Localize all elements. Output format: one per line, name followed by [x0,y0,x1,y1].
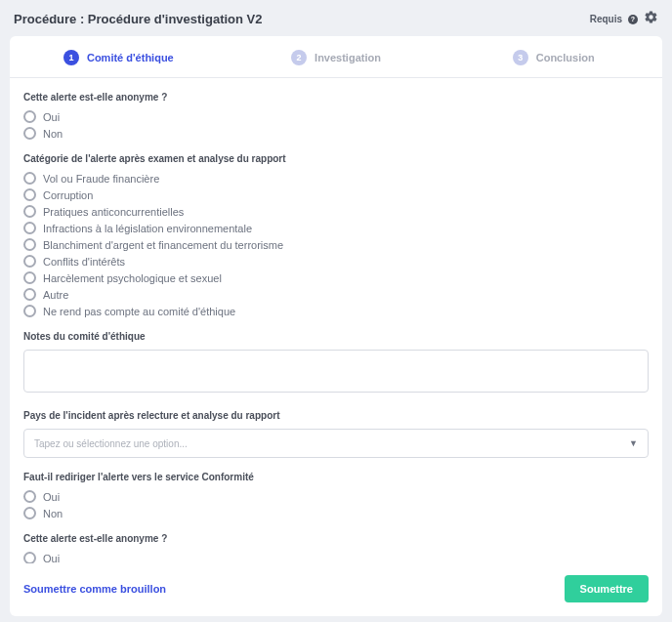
radio-icon [23,238,36,251]
radio-text: Oui [43,553,60,564]
radio-icon [23,288,36,301]
radio-text: Ne rend pas compte au comité d'éthique [43,306,235,317]
radio-text: Blanchiment d'argent et financement du t… [43,239,283,251]
radio-icon [23,490,36,503]
submit-draft-link[interactable]: Soumettre comme brouillon [23,583,166,595]
radio-text: Non [43,128,63,140]
step-label: Comité d'éthique [87,52,174,63]
radio-text: Infractions à la législation environneme… [43,223,252,234]
country-select[interactable]: Tapez ou sélectionnez une option... ▼ [23,429,649,458]
radio-icon [23,205,36,218]
radio-icon [23,271,36,284]
field-label: Cette alerte est-elle anonyme ? [23,533,649,544]
notes-textarea[interactable] [23,350,649,393]
field-notes: Notes du comité d'éthique [23,331,649,396]
radio-option[interactable]: Vol ou Fraude financière [23,172,649,185]
radio-icon [23,110,36,123]
radio-icon [23,127,36,140]
step-comite[interactable]: 1 Comité d'éthique [10,50,228,65]
select-placeholder: Tapez ou sélectionnez une option... [34,438,188,449]
radio-icon [23,305,36,317]
step-investigation[interactable]: 2 Investigation [228,50,445,65]
radio-icon [23,222,36,234]
field-label: Catégorie de l'alerte après examen et an… [23,153,649,164]
field-redirect: Faut-il rediriger l'alerte vers le servi… [23,472,649,519]
caret-down-icon: ▼ [629,438,638,448]
field-label: Cette alerte est-elle anonyme ? [23,92,649,103]
radio-option[interactable]: Harcèlement psychologique et sexuel [23,271,649,284]
radio-option[interactable]: Blanchiment d'argent et financement du t… [23,238,649,251]
radio-icon [23,188,36,201]
radio-icon [23,172,36,185]
radio-option[interactable]: Corruption [23,188,649,201]
field-category: Catégorie de l'alerte après examen et an… [23,153,649,317]
radio-icon [23,552,36,563]
field-label: Pays de l'incident après relecture et an… [23,410,649,421]
radio-option[interactable]: Pratiques anticoncurrentielles [23,205,649,218]
radio-option[interactable]: Ne rend pas compte au comité d'éthique [23,305,649,317]
radio-icon [23,507,36,519]
radio-text: Autre [43,289,68,301]
form-card: 1 Comité d'éthique 2 Investigation 3 Con… [10,36,662,616]
radio-text: Vol ou Fraude financière [43,173,159,185]
radio-option[interactable]: Oui [23,110,649,123]
radio-text: Non [43,508,63,519]
step-label: Conclusion [536,52,595,63]
field-label: Notes du comité d'éthique [23,331,649,342]
radio-icon [23,255,36,268]
radio-text: Corruption [43,189,93,201]
radio-text: Conflits d'intérêts [43,256,125,268]
radio-option[interactable]: Oui [23,490,649,503]
info-icon[interactable] [628,15,638,24]
page-title: Procédure : Procédure d'investigation V2 [14,12,590,26]
field-country: Pays de l'incident après relecture et an… [23,410,649,458]
field-anon1: Cette alerte est-elle anonyme ? Oui Non [23,92,649,140]
radio-text: Harcèlement psychologique et sexuel [43,272,222,284]
requis-label: Requis [590,14,622,24]
step-conclusion[interactable]: 3 Conclusion [444,50,662,65]
step-num: 2 [291,50,307,65]
header-right: Requis [590,10,658,28]
radio-text: Pratiques anticoncurrentielles [43,206,184,218]
step-num: 3 [513,50,528,65]
form-body: Cette alerte est-elle anonyme ? Oui Non … [10,78,662,563]
radio-option[interactable]: Oui [23,552,649,563]
radio-option[interactable]: Non [23,507,649,519]
radio-option[interactable]: Autre [23,288,649,301]
radio-text: Oui [43,491,60,503]
stepper: 1 Comité d'éthique 2 Investigation 3 Con… [10,36,662,78]
step-label: Investigation [315,52,381,63]
submit-button[interactable]: Soumettre [565,575,649,602]
radio-option[interactable]: Infractions à la législation environneme… [23,222,649,234]
field-anon2: Cette alerte est-elle anonyme ? Oui Non … [23,533,649,563]
radio-option[interactable]: Non [23,127,649,140]
card-footer: Soumettre comme brouillon Soumettre [10,563,662,616]
page-header: Procédure : Procédure d'investigation V2… [0,0,672,36]
field-label: Faut-il rediriger l'alerte vers le servi… [23,472,649,482]
radio-option[interactable]: Conflits d'intérêts [23,255,649,268]
step-num: 1 [63,50,79,65]
gear-icon[interactable] [644,10,658,28]
radio-text: Oui [43,111,60,123]
